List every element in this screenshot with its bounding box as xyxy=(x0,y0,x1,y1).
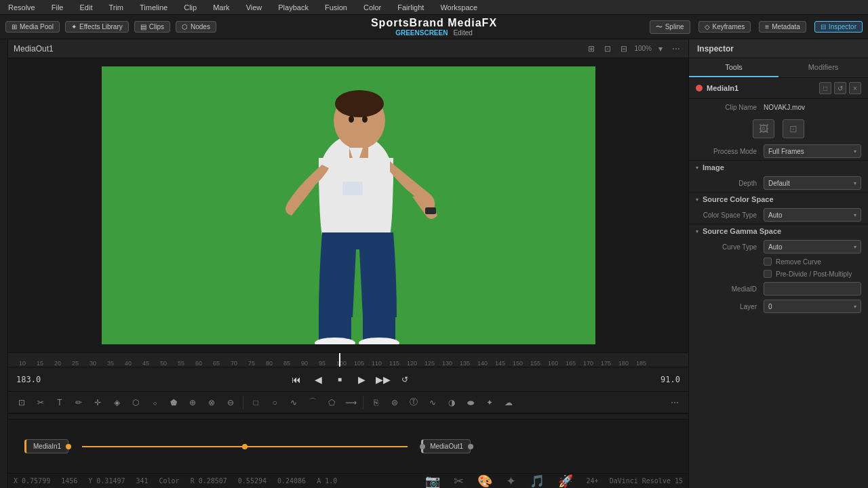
spline-button[interactable]: 〜 Spline xyxy=(650,20,690,34)
menu-fusion[interactable]: Fusion xyxy=(322,2,350,13)
metadata-button[interactable]: ≡ Metadata xyxy=(759,21,806,33)
ws-icon-edit[interactable]: ✂ xyxy=(454,474,464,489)
menu-view[interactable]: View xyxy=(243,2,265,13)
menu-edit[interactable]: Edit xyxy=(77,2,95,13)
clone-tool[interactable]: ⊗ xyxy=(203,394,220,411)
viewer-grid-btn[interactable]: ⊞ xyxy=(585,41,597,57)
ruler-mark-160: 160 xyxy=(548,360,558,367)
shape-polygon[interactable]: ⬠ xyxy=(323,394,340,411)
shape-path[interactable]: ∿ xyxy=(285,394,302,411)
stamp-tool[interactable]: ⊜ xyxy=(387,394,403,411)
text-tool[interactable]: T xyxy=(52,394,68,411)
tab-modifiers[interactable]: Modifiers xyxy=(778,58,868,77)
toolbar-left: ⊞ Media Pool ✦ Effects Library ▤ Clips ⬡… xyxy=(5,21,216,33)
cut-tool[interactable]: ✂ xyxy=(33,394,49,411)
shape-bspline[interactable]: ⌒ xyxy=(304,394,321,411)
viewer-aspect-btn[interactable]: ⊟ xyxy=(618,41,630,57)
step-back-button[interactable]: ◀ xyxy=(310,371,326,388)
viewer-zoom-btn[interactable]: ▾ xyxy=(656,41,665,57)
source-gamma-section[interactable]: ▾ Source Gamma Space xyxy=(689,224,868,238)
paint2-tool[interactable]: ⬟ xyxy=(165,394,182,411)
loop-button[interactable]: ↺ xyxy=(397,371,413,388)
viewer-more-btn[interactable]: ⋯ xyxy=(669,41,683,57)
ruler-mark-180: 180 xyxy=(618,360,629,367)
paint-tool[interactable]: ✏ xyxy=(71,394,87,411)
effects-library-button[interactable]: ✦ Effects Library xyxy=(65,21,129,33)
clips-button[interactable]: ▤ Clips xyxy=(134,21,170,33)
blur-tool[interactable]: ⬬ xyxy=(462,394,479,411)
media-in-label: MediaIn1 xyxy=(33,443,61,450)
particle-tool[interactable]: ✦ xyxy=(481,394,498,411)
ruler-mark-115: 115 xyxy=(389,360,399,367)
ws-icon-color[interactable]: 🎨 xyxy=(477,474,492,489)
color-space-type-dropdown[interactable]: Auto xyxy=(764,208,861,222)
menu-trim[interactable]: Trim xyxy=(106,2,126,13)
node-ctrl-reset[interactable]: ↺ xyxy=(834,82,846,94)
ruler-mark-15: 15 xyxy=(37,360,43,367)
copy-tool[interactable]: ⎘ xyxy=(368,394,384,411)
text2-tool[interactable]: Ⓣ xyxy=(406,394,422,411)
cloud-tool[interactable]: ☁ xyxy=(500,394,517,411)
viewer-area: MediaOut1 ⊞ ⊡ ⊟ 100% ▾ ⋯ xyxy=(8,39,688,488)
menu-timeline[interactable]: Timeline xyxy=(137,2,170,13)
source-color-section[interactable]: ▾ Source Color Space xyxy=(689,192,868,206)
more-tools[interactable]: ⋯ xyxy=(667,394,683,411)
menu-file[interactable]: File xyxy=(49,2,66,13)
status-color: Color xyxy=(159,477,180,485)
ws-icon-audio[interactable]: 🎵 xyxy=(530,474,545,489)
menu-color[interactable]: Color xyxy=(361,2,384,13)
clip-thumbnail-btn[interactable]: 🖼 xyxy=(753,119,774,138)
menu-clip[interactable]: Clip xyxy=(181,2,199,13)
inspector-button[interactable]: ⊟ Inspector xyxy=(814,21,863,33)
nodes-button[interactable]: ⬡ Nodes xyxy=(176,21,216,33)
node-ctrl-close[interactable]: × xyxy=(849,82,861,94)
curve-tool[interactable]: ∿ xyxy=(425,394,441,411)
tab-tools[interactable]: Tools xyxy=(689,58,778,77)
timeline-playhead[interactable] xyxy=(339,353,340,367)
shape-freehand[interactable]: ⟿ xyxy=(342,394,359,411)
image-section[interactable]: ▾ Image xyxy=(689,160,868,174)
media-id-label: MediaID xyxy=(696,285,764,293)
repair-tool[interactable]: ⊖ xyxy=(222,394,239,411)
ruler-mark-65: 65 xyxy=(213,360,220,367)
go-to-start-button[interactable]: ⏮ xyxy=(288,371,304,388)
playback-center: ⏮ ◀ ■ ▶ ▶▶ ↺ xyxy=(288,371,413,388)
menu-mark[interactable]: Mark xyxy=(210,2,232,13)
media-id-input[interactable] xyxy=(764,282,861,296)
step-forward-button[interactable]: ▶▶ xyxy=(375,371,391,388)
curve-type-dropdown[interactable]: Auto xyxy=(764,240,861,253)
menu-playback[interactable]: Playback xyxy=(275,2,311,13)
ws-icon-deliver[interactable]: 🚀 xyxy=(558,474,573,489)
warp-tool[interactable]: ⊕ xyxy=(184,394,201,411)
gradient-tool[interactable]: ⬦ xyxy=(146,394,163,411)
media-pool-button[interactable]: ⊞ Media Pool xyxy=(5,21,60,33)
clip-proxy-btn[interactable]: ⊡ xyxy=(783,119,804,138)
shape-ellipse[interactable]: ○ xyxy=(267,394,283,411)
process-mode-dropdown[interactable]: Full Frames xyxy=(764,144,861,158)
shape-rect[interactable]: □ xyxy=(248,394,264,411)
keyframes-button[interactable]: ◇ Keyframes xyxy=(698,21,751,33)
play-button[interactable]: ▶ xyxy=(353,371,370,388)
color-tool[interactable]: ◑ xyxy=(443,394,460,411)
menu-fairlight[interactable]: Fairlight xyxy=(395,2,427,13)
media-out-node[interactable]: MediaOut1 xyxy=(421,439,471,453)
ws-icon-effects[interactable]: ✦ xyxy=(506,474,516,489)
poly-tool[interactable]: ⬡ xyxy=(127,394,144,411)
depth-dropdown[interactable]: Default xyxy=(764,176,861,190)
media-in-node[interactable]: MediaIn1 xyxy=(24,439,68,453)
ws-icon-media[interactable]: 📷 xyxy=(425,474,440,489)
pre-divide-checkbox[interactable] xyxy=(764,270,772,278)
layer-row: Layer 0 xyxy=(689,298,868,315)
status-bar: X 0.75799 1456 Y 0.31497 341 Color R 0.2… xyxy=(8,473,688,488)
layer-dropdown[interactable]: 0 xyxy=(764,300,861,313)
menu-resolve[interactable]: Resolve xyxy=(5,2,38,13)
transform-tool[interactable]: ✛ xyxy=(90,394,106,411)
mask-tool[interactable]: ◈ xyxy=(108,394,125,411)
ruler-mark-70: 70 xyxy=(231,360,237,367)
select-tool[interactable]: ⊡ xyxy=(14,394,30,411)
viewer-safe-btn[interactable]: ⊡ xyxy=(601,41,614,57)
node-ctrl-square[interactable]: □ xyxy=(819,82,831,94)
remove-curve-checkbox[interactable] xyxy=(764,258,772,266)
stop-button[interactable]: ■ xyxy=(332,371,348,388)
menu-workspace[interactable]: Workspace xyxy=(437,2,480,13)
